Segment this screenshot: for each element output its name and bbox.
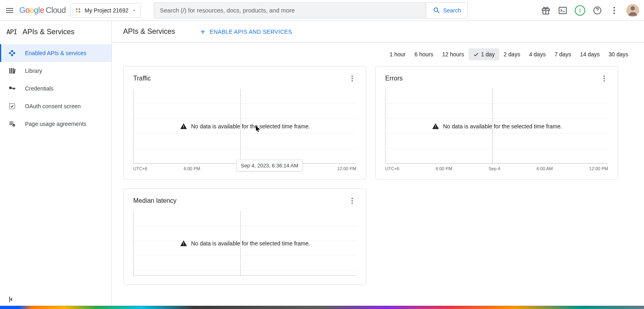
plus-icon [199,28,206,35]
more-vert-icon[interactable] [609,6,619,15]
no-data-message: No data is available for the selected ti… [180,123,310,130]
search-box[interactable] [154,2,426,19]
gift-icon[interactable] [541,6,551,15]
main-header: APIs & Services ENABLE APIS AND SERVICES [112,21,644,43]
svg-point-22 [351,202,353,204]
errors-card: Errors No data is available for the sele… [375,66,618,179]
agreement-icon [8,120,16,128]
time-range-6hours[interactable]: 6 hours [410,48,438,60]
no-data-message: No data is available for the selected ti… [432,123,562,130]
sidebar-item-enabled-apis[interactable]: Enabled APIs & services [0,44,111,62]
chart-tooltip: Sep 4, 2023, 6:36:14 AM [236,160,303,171]
svg-point-18 [603,78,605,79]
no-data-message: No data is available for the selected ti… [180,240,310,247]
errors-chart[interactable]: No data is available for the selected ti… [385,89,608,164]
svg-point-17 [603,76,605,77]
card-menu-icon[interactable] [600,74,608,82]
time-range-2days[interactable]: 2 days [499,48,524,60]
sidebar-item-label: Credentials [25,85,54,92]
top-right-actions: 1 [541,4,639,17]
page-title: APIs & Services [123,27,175,36]
free-trial-badge[interactable]: 1 [575,5,585,16]
key-icon [8,84,16,93]
search-input[interactable] [160,7,420,14]
dock-bar [0,306,644,309]
card-title-errors: Errors [385,75,403,82]
sidebar-item-label: Enabled APIs & services [25,50,87,56]
check-icon [473,51,479,58]
svg-point-19 [603,80,605,81]
project-name: My Project 21692 [85,7,128,14]
api-badge-icon: API [6,28,17,36]
cloud-shell-icon[interactable] [558,6,568,15]
card-title-latency: Median latency [133,197,177,204]
sidebar-header: API APIs & Services [0,21,111,43]
warning-icon [432,123,439,130]
top-bar: GoogleCloud My Project 21692 Search 1 [0,0,644,21]
warning-icon [180,240,187,247]
time-range-14days[interactable]: 14 days [576,48,604,60]
svg-point-20 [351,198,353,199]
svg-point-15 [351,78,353,79]
svg-point-1 [79,8,80,10]
svg-point-2 [76,11,78,12]
time-range-12hours[interactable]: 12 hours [438,48,468,60]
sidebar-item-label: Library [25,68,42,74]
card-menu-icon[interactable] [348,74,356,82]
search-button[interactable]: Search [426,2,468,19]
svg-point-11 [631,6,635,10]
svg-rect-12 [9,103,14,109]
search-container: Search [154,2,468,19]
svg-point-16 [351,80,353,81]
library-icon [8,67,16,75]
time-range-1day[interactable]: 1 day [469,48,499,60]
cursor-icon [256,126,261,132]
sidebar-item-page-usage[interactable]: Page usage agreements [0,115,111,133]
latency-card: Median latency No data is available for … [123,188,366,285]
svg-point-8 [613,7,615,8]
svg-point-14 [351,76,353,77]
svg-point-10 [613,12,615,14]
traffic-card: Traffic No data is available for the sel… [123,66,366,179]
time-range-30days[interactable]: 30 days [604,48,633,60]
help-icon[interactable] [592,6,602,15]
diamond-icon [8,49,16,57]
time-range-7days[interactable]: 7 days [550,48,576,60]
time-range-selector: 1 hour 6 hours 12 hours 1 day 2 days 4 d… [112,43,644,66]
svg-rect-6 [559,7,566,14]
caret-down-icon [132,8,136,13]
sidebar-item-oauth[interactable]: OAuth consent screen [0,97,111,115]
sidebar-title: APIs & Services [23,28,74,36]
warning-icon [180,123,187,130]
search-icon [433,6,441,14]
svg-point-21 [351,200,353,201]
google-cloud-logo[interactable]: GoogleCloud [19,6,66,15]
svg-point-9 [613,10,615,11]
sidebar-item-label: OAuth consent screen [25,103,81,109]
traffic-chart[interactable]: No data is available for the selected ti… [133,89,356,164]
hamburger-menu-icon[interactable] [5,6,14,15]
main-content: APIs & Services ENABLE APIS AND SERVICES… [112,21,644,309]
time-range-1hour[interactable]: 1 hour [385,48,410,60]
sidebar: API APIs & Services Enabled APIs & servi… [0,21,112,309]
collapse-sidebar-icon[interactable] [6,295,16,304]
consent-icon [8,102,16,110]
card-title-traffic: Traffic [133,75,151,82]
svg-point-0 [76,8,78,10]
sidebar-item-library[interactable]: Library [0,62,111,80]
card-menu-icon[interactable] [348,197,356,205]
svg-point-3 [79,11,80,12]
project-dots-icon [75,7,81,14]
enable-apis-button[interactable]: ENABLE APIS AND SERVICES [199,28,292,35]
sidebar-item-label: Page usage agreements [25,121,87,127]
sidebar-item-credentials[interactable]: Credentials [0,80,111,97]
time-range-4days[interactable]: 4 days [524,48,550,60]
user-avatar[interactable] [626,4,639,17]
latency-chart[interactable]: No data is available for the selected ti… [133,211,356,276]
x-axis-labels: UTC+6 6:00 PM Sep 4 6:00 AM 12:00 PM [385,164,608,171]
project-selector[interactable]: My Project 21692 [70,3,141,18]
